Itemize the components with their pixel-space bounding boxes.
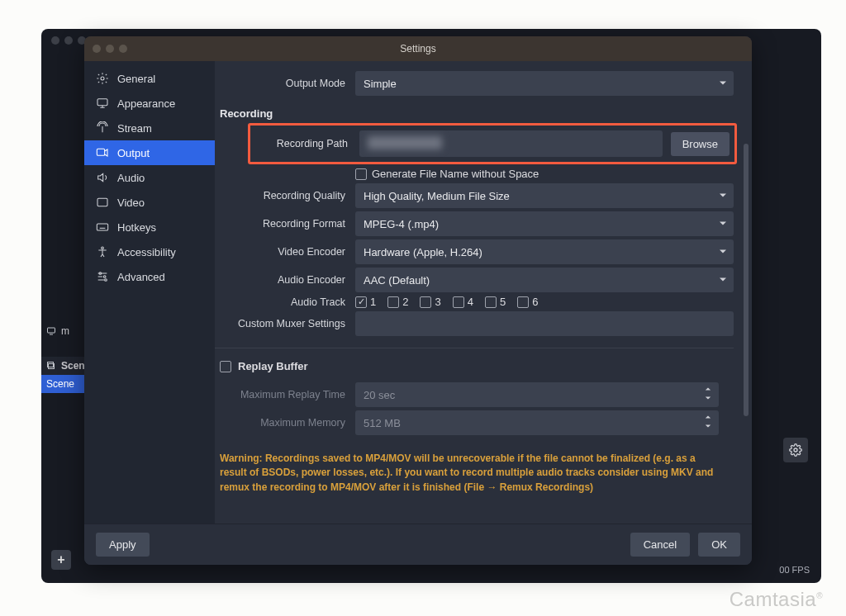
apply-button[interactable]: Apply bbox=[96, 533, 150, 557]
settings-dialog: Settings General Appearance Stream Outpu… bbox=[84, 36, 752, 565]
settings-title: Settings bbox=[400, 43, 435, 54]
bg-traffic-lights bbox=[51, 36, 86, 45]
sidebar-item-audio[interactable]: Audio bbox=[84, 165, 215, 190]
recording-quality-select[interactable]: High Quality, Medium File Size bbox=[355, 183, 734, 208]
sidebar-item-label: Audio bbox=[117, 172, 145, 184]
stream-icon bbox=[96, 121, 109, 135]
recording-path-input[interactable] bbox=[359, 130, 663, 157]
ok-button[interactable]: OK bbox=[698, 533, 740, 557]
sidebar-item-video[interactable]: Video bbox=[84, 190, 215, 215]
svg-point-4 bbox=[101, 77, 104, 80]
sidebar-item-general[interactable]: General bbox=[84, 66, 215, 91]
sidebar-item-label: Hotkeys bbox=[117, 221, 156, 234]
settings-traffic-lights[interactable] bbox=[93, 45, 127, 53]
sidebar-item-label: Accessibility bbox=[117, 246, 176, 258]
output-mode-label: Output Mode bbox=[215, 78, 355, 89]
sidebar-item-label: Output bbox=[117, 147, 150, 159]
step-up-icon[interactable] bbox=[702, 385, 714, 393]
audio-track-group: 1 2 3 4 5 6 bbox=[355, 296, 734, 308]
bg-gear-button[interactable] bbox=[783, 438, 808, 462]
custom-muxer-label: Custom Muxer Settings bbox=[215, 318, 355, 329]
chevron-down-icon bbox=[719, 218, 727, 230]
content-scrollbar[interactable] bbox=[744, 144, 749, 416]
svg-point-9 bbox=[102, 247, 104, 249]
recording-path-label: Recording Path bbox=[255, 138, 351, 149]
audio-track-1-checkbox[interactable] bbox=[355, 296, 367, 308]
max-memory-input[interactable]: 512 MB bbox=[355, 410, 719, 435]
audio-track-3-checkbox[interactable] bbox=[420, 296, 431, 308]
bg-left-panel: m Scen Scene bbox=[41, 322, 91, 393]
video-encoder-label: Video Encoder bbox=[215, 246, 355, 258]
chevron-down-icon bbox=[719, 274, 727, 287]
recording-quality-label: Recording Quality bbox=[215, 190, 355, 201]
max-memory-label: Maximum Memory bbox=[215, 417, 355, 429]
svg-rect-7 bbox=[97, 198, 107, 206]
output-icon bbox=[96, 146, 109, 159]
chevron-down-icon bbox=[719, 78, 727, 90]
output-mode-select[interactable]: Simple bbox=[355, 71, 734, 96]
bg-scene-selected: Scene bbox=[41, 375, 91, 393]
settings-titlebar: Settings bbox=[84, 36, 752, 61]
sidebar-item-label: General bbox=[117, 73, 155, 85]
settings-content: Output Mode Simple Recording Recording P… bbox=[215, 61, 752, 524]
audio-encoder-label: Audio Encoder bbox=[215, 274, 355, 286]
sidebar-item-accessibility[interactable]: Accessibility bbox=[84, 239, 215, 264]
step-up-icon[interactable] bbox=[702, 413, 714, 421]
step-down-icon[interactable] bbox=[702, 394, 714, 402]
advanced-icon bbox=[96, 270, 109, 283]
recording-format-label: Recording Format bbox=[215, 218, 355, 230]
video-encoder-select[interactable]: Hardware (Apple, H.264) bbox=[355, 239, 734, 264]
audio-track-4-checkbox[interactable] bbox=[453, 296, 464, 308]
max-replay-time-input[interactable]: 20 sec bbox=[355, 382, 719, 407]
bg-fps-readout: 00 FPS bbox=[779, 565, 810, 575]
svg-rect-6 bbox=[97, 149, 104, 155]
sidebar-item-label: Advanced bbox=[117, 271, 165, 283]
sidebar-item-output[interactable]: Output bbox=[84, 140, 215, 165]
sidebar-item-advanced[interactable]: Advanced bbox=[84, 264, 215, 289]
watermark: Camtasia® bbox=[730, 588, 823, 611]
sidebar-item-label: Appearance bbox=[117, 97, 175, 110]
generate-filename-label: Generate File Name without Space bbox=[372, 168, 539, 180]
replay-buffer-checkbox[interactable] bbox=[220, 361, 231, 372]
replay-buffer-label: Replay Buffer bbox=[238, 360, 308, 372]
sidebar-item-stream[interactable]: Stream bbox=[84, 116, 215, 140]
sidebar-item-hotkeys[interactable]: Hotkeys bbox=[84, 215, 215, 239]
warning-text: Warning: Recordings saved to MP4/MOV wil… bbox=[215, 438, 734, 501]
audio-track-label: Audio Track bbox=[215, 296, 355, 308]
chevron-down-icon bbox=[719, 246, 727, 258]
recording-section-header: Recording bbox=[215, 99, 734, 123]
svg-point-3 bbox=[794, 448, 797, 452]
recording-format-select[interactable]: MPEG-4 (.mp4) bbox=[355, 211, 734, 236]
appearance-icon bbox=[96, 97, 109, 110]
audio-track-5-checkbox[interactable] bbox=[485, 296, 497, 308]
gear-icon bbox=[96, 72, 109, 85]
bg-scenes-header: Scen bbox=[41, 357, 91, 375]
sidebar-item-label: Video bbox=[117, 197, 145, 209]
audio-track-2-checkbox[interactable] bbox=[387, 296, 399, 308]
sidebar-item-appearance[interactable]: Appearance bbox=[84, 91, 215, 116]
bg-monitor-row: m bbox=[41, 322, 91, 340]
browse-button[interactable]: Browse bbox=[671, 132, 730, 156]
recording-path-highlight: Recording Path Browse bbox=[248, 123, 737, 164]
svg-rect-8 bbox=[97, 224, 107, 230]
audio-encoder-select[interactable]: AAC (Default) bbox=[355, 268, 734, 292]
svg-point-10 bbox=[103, 276, 106, 278]
sidebar-item-label: Stream bbox=[117, 122, 152, 135]
settings-sidebar: General Appearance Stream Output Audio V… bbox=[84, 61, 215, 524]
custom-muxer-input[interactable] bbox=[355, 311, 734, 336]
max-replay-time-label: Maximum Replay Time bbox=[215, 389, 355, 400]
blurred-path bbox=[368, 136, 442, 149]
svg-point-12 bbox=[105, 279, 107, 282]
svg-rect-0 bbox=[48, 328, 55, 333]
cancel-button[interactable]: Cancel bbox=[630, 533, 690, 557]
video-icon bbox=[96, 196, 109, 209]
audio-track-6-checkbox[interactable] bbox=[517, 296, 529, 308]
generate-filename-checkbox[interactable] bbox=[355, 168, 367, 180]
accessibility-icon bbox=[96, 245, 109, 258]
settings-footer: Apply Cancel OK bbox=[84, 524, 752, 565]
audio-icon bbox=[96, 171, 109, 184]
hotkeys-icon bbox=[96, 220, 109, 234]
bg-add-button[interactable]: + bbox=[51, 550, 71, 570]
chevron-down-icon bbox=[719, 190, 727, 202]
step-down-icon[interactable] bbox=[702, 422, 714, 430]
